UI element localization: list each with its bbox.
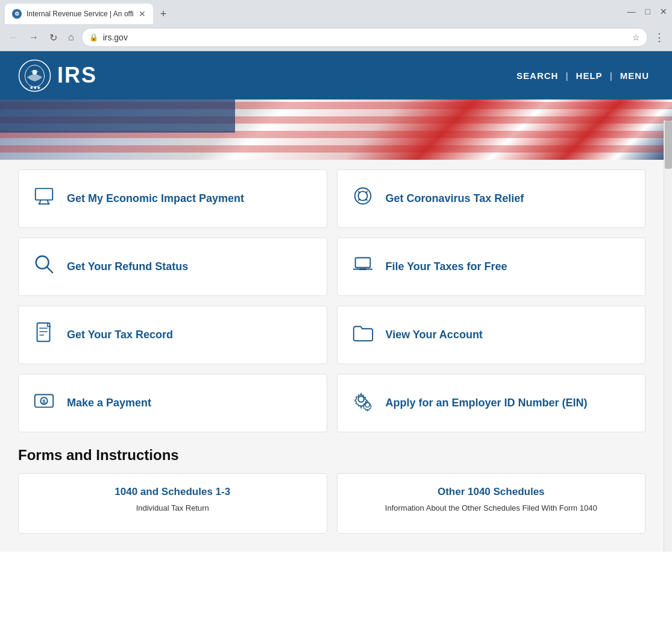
url-display: irs.gov <box>103 33 627 42</box>
irs-logo-text: IRS <box>57 63 97 88</box>
dollar-icon: $ <box>31 389 57 417</box>
irs-navigation: SEARCH | HELP | MENU <box>512 68 654 83</box>
svg-line-12 <box>358 199 360 201</box>
make-payment-label: Make a Payment <box>67 396 151 410</box>
svg-rect-4 <box>36 189 53 200</box>
scrollbar[interactable] <box>664 121 672 552</box>
tab-close-button[interactable]: ✕ <box>139 9 146 19</box>
ein-card[interactable]: Apply for an Employer ID Number (EIN) <box>337 374 646 432</box>
svg-line-15 <box>47 267 53 273</box>
browser-titlebar: ⚙ Internal Revenue Service | An offi ✕ +… <box>0 0 672 24</box>
svg-line-6 <box>48 200 49 204</box>
other-schedules-desc: Information About the Other Schedules Fi… <box>350 503 633 514</box>
forms-section-title: Forms and Instructions <box>18 447 645 464</box>
search-icon <box>31 253 57 281</box>
monitor-icon <box>31 184 57 213</box>
tab-title: Internal Revenue Service | An offi <box>27 10 134 18</box>
window-controls: ― □ ✕ <box>627 7 667 21</box>
minimize-button[interactable]: ― <box>627 7 636 16</box>
irs-header: ★★★ IRS SEARCH | HELP | MENU <box>0 51 672 99</box>
tax-record-label: Get Your Tax Record <box>67 328 173 342</box>
svg-line-10 <box>358 191 360 193</box>
maximize-button[interactable]: □ <box>645 7 650 16</box>
tab-favicon: ⚙ <box>12 9 22 19</box>
nav-separator-2: | <box>610 71 613 81</box>
quick-links-grid: Get My Economic Impact Payment Get Coron… <box>18 160 645 432</box>
scrollbar-thumb[interactable] <box>665 121 672 169</box>
laptop-icon <box>350 253 376 281</box>
svg-line-13 <box>365 199 367 201</box>
form-1040-title: 1040 and Schedules 1-3 <box>31 486 315 498</box>
forms-section: Forms and Instructions 1040 and Schedule… <box>18 447 645 534</box>
refund-status-label: Get Your Refund Status <box>67 260 188 274</box>
search-nav-item[interactable]: SEARCH <box>512 68 563 83</box>
file-free-label: File Your Taxes for Free <box>386 260 507 274</box>
other-schedules-title: Other 1040 Schedules <box>350 486 633 498</box>
tax-record-card[interactable]: Get Your Tax Record <box>18 306 327 364</box>
coronavirus-relief-label: Get Coronavirus Tax Relief <box>386 192 524 206</box>
svg-point-8 <box>354 188 371 204</box>
make-payment-card[interactable]: $ Make a Payment <box>18 374 327 432</box>
forms-grid: 1040 and Schedules 1-3 Individual Tax Re… <box>18 473 645 534</box>
menu-nav-item[interactable]: MENU <box>615 68 654 83</box>
svg-point-26 <box>358 396 364 402</box>
economic-impact-label: Get My Economic Impact Payment <box>67 192 244 206</box>
close-button[interactable]: ✕ <box>660 7 667 16</box>
security-icon: 🔒 <box>89 33 98 42</box>
svg-rect-16 <box>355 258 370 268</box>
view-account-card[interactable]: View Your Account <box>337 306 646 364</box>
gear-icon <box>350 389 376 417</box>
irs-eagle-icon: ★★★ <box>18 59 51 92</box>
browser-tab[interactable]: ⚙ Internal Revenue Service | An offi ✕ <box>5 4 153 24</box>
new-tab-button[interactable]: + <box>158 5 169 23</box>
svg-point-2 <box>33 70 37 75</box>
flag-banner <box>0 99 672 160</box>
nav-separator-1: | <box>565 71 568 81</box>
file-free-card[interactable]: File Your Taxes for Free <box>337 238 646 296</box>
bookmark-icon[interactable]: ☆ <box>632 33 640 42</box>
browser-chrome: ⚙ Internal Revenue Service | An offi ✕ +… <box>0 0 672 51</box>
form-1040-desc: Individual Tax Return <box>31 503 315 514</box>
browser-menu-icon[interactable]: ⋮ <box>652 28 667 46</box>
document-icon <box>31 321 57 349</box>
reload-button[interactable]: ↻ <box>46 30 61 46</box>
back-button[interactable]: ← <box>5 30 22 45</box>
main-content: Get My Economic Impact Payment Get Coron… <box>0 160 664 552</box>
address-bar[interactable]: 🔒 irs.gov ☆ <box>81 28 648 47</box>
refund-status-card[interactable]: Get Your Refund Status <box>18 238 327 296</box>
help-nav-item[interactable]: HELP <box>571 68 608 83</box>
irs-logo[interactable]: ★★★ IRS <box>18 59 97 92</box>
browser-toolbar: ← → ↻ ⌂ 🔒 irs.gov ☆ ⋮ <box>0 24 672 51</box>
other-schedules-card[interactable]: Other 1040 Schedules Information About t… <box>337 473 646 534</box>
folder-icon <box>350 321 376 349</box>
ein-label: Apply for an Employer ID Number (EIN) <box>386 396 588 410</box>
forward-button[interactable]: → <box>25 30 42 45</box>
svg-line-5 <box>39 200 40 204</box>
svg-text:★★★: ★★★ <box>30 86 41 90</box>
view-account-label: View Your Account <box>386 328 483 342</box>
home-button[interactable]: ⌂ <box>64 30 78 45</box>
economic-impact-card[interactable]: Get My Economic Impact Payment <box>18 169 327 228</box>
svg-line-11 <box>365 191 367 193</box>
coronavirus-relief-card[interactable]: Get Coronavirus Tax Relief <box>337 169 646 228</box>
svg-text:$: $ <box>42 398 46 405</box>
form-1040-card[interactable]: 1040 and Schedules 1-3 Individual Tax Re… <box>18 473 327 534</box>
lifering-icon <box>350 184 376 213</box>
